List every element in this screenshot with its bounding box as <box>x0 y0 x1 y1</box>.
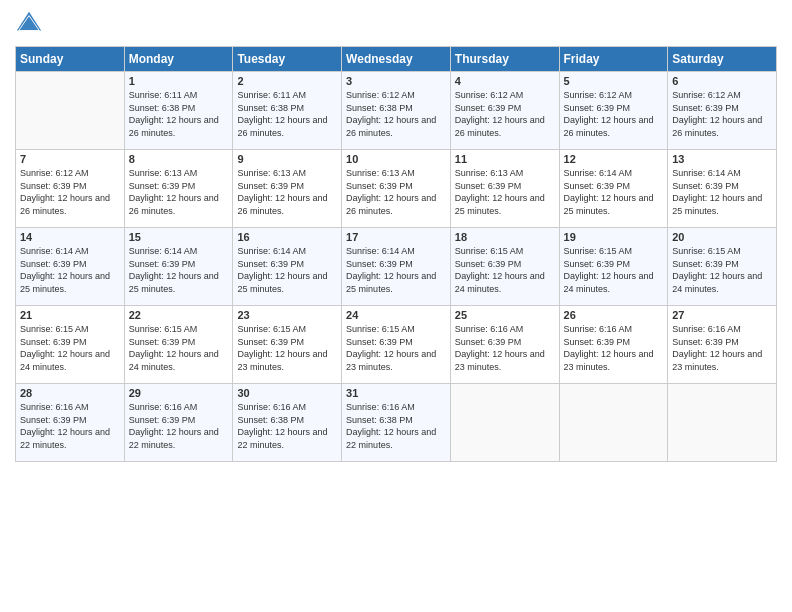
day-number: 27 <box>672 309 772 321</box>
calendar-cell: 8Sunrise: 6:13 AMSunset: 6:39 PMDaylight… <box>124 150 233 228</box>
day-number: 11 <box>455 153 555 165</box>
day-info: Sunrise: 6:15 AMSunset: 6:39 PMDaylight:… <box>672 245 772 295</box>
day-number: 17 <box>346 231 446 243</box>
day-info: Sunrise: 6:16 AMSunset: 6:39 PMDaylight:… <box>129 401 229 451</box>
calendar-cell <box>559 384 668 462</box>
day-header-monday: Monday <box>124 47 233 72</box>
calendar-cell: 22Sunrise: 6:15 AMSunset: 6:39 PMDayligh… <box>124 306 233 384</box>
day-header-saturday: Saturday <box>668 47 777 72</box>
calendar-cell: 14Sunrise: 6:14 AMSunset: 6:39 PMDayligh… <box>16 228 125 306</box>
page: SundayMondayTuesdayWednesdayThursdayFrid… <box>0 0 792 612</box>
calendar-cell: 29Sunrise: 6:16 AMSunset: 6:39 PMDayligh… <box>124 384 233 462</box>
calendar-cell: 26Sunrise: 6:16 AMSunset: 6:39 PMDayligh… <box>559 306 668 384</box>
day-info: Sunrise: 6:15 AMSunset: 6:39 PMDaylight:… <box>20 323 120 373</box>
day-number: 7 <box>20 153 120 165</box>
day-info: Sunrise: 6:15 AMSunset: 6:39 PMDaylight:… <box>129 323 229 373</box>
day-info: Sunrise: 6:16 AMSunset: 6:38 PMDaylight:… <box>346 401 446 451</box>
day-header-tuesday: Tuesday <box>233 47 342 72</box>
calendar-cell: 30Sunrise: 6:16 AMSunset: 6:38 PMDayligh… <box>233 384 342 462</box>
day-number: 28 <box>20 387 120 399</box>
day-info: Sunrise: 6:13 AMSunset: 6:39 PMDaylight:… <box>129 167 229 217</box>
day-number: 24 <box>346 309 446 321</box>
day-number: 1 <box>129 75 229 87</box>
day-header-wednesday: Wednesday <box>342 47 451 72</box>
day-info: Sunrise: 6:12 AMSunset: 6:39 PMDaylight:… <box>455 89 555 139</box>
day-number: 13 <box>672 153 772 165</box>
calendar-cell: 20Sunrise: 6:15 AMSunset: 6:39 PMDayligh… <box>668 228 777 306</box>
day-info: Sunrise: 6:14 AMSunset: 6:39 PMDaylight:… <box>20 245 120 295</box>
header-row: SundayMondayTuesdayWednesdayThursdayFrid… <box>16 47 777 72</box>
calendar-cell: 12Sunrise: 6:14 AMSunset: 6:39 PMDayligh… <box>559 150 668 228</box>
calendar-cell: 9Sunrise: 6:13 AMSunset: 6:39 PMDaylight… <box>233 150 342 228</box>
day-info: Sunrise: 6:16 AMSunset: 6:38 PMDaylight:… <box>237 401 337 451</box>
day-number: 23 <box>237 309 337 321</box>
day-info: Sunrise: 6:15 AMSunset: 6:39 PMDaylight:… <box>346 323 446 373</box>
calendar-cell <box>668 384 777 462</box>
day-info: Sunrise: 6:16 AMSunset: 6:39 PMDaylight:… <box>20 401 120 451</box>
week-row-4: 28Sunrise: 6:16 AMSunset: 6:39 PMDayligh… <box>16 384 777 462</box>
day-number: 25 <box>455 309 555 321</box>
calendar-cell: 3Sunrise: 6:12 AMSunset: 6:38 PMDaylight… <box>342 72 451 150</box>
calendar-cell: 19Sunrise: 6:15 AMSunset: 6:39 PMDayligh… <box>559 228 668 306</box>
day-number: 10 <box>346 153 446 165</box>
header <box>15 10 777 38</box>
day-number: 21 <box>20 309 120 321</box>
day-header-sunday: Sunday <box>16 47 125 72</box>
day-info: Sunrise: 6:14 AMSunset: 6:39 PMDaylight:… <box>346 245 446 295</box>
day-number: 19 <box>564 231 664 243</box>
day-info: Sunrise: 6:16 AMSunset: 6:39 PMDaylight:… <box>564 323 664 373</box>
calendar-cell: 18Sunrise: 6:15 AMSunset: 6:39 PMDayligh… <box>450 228 559 306</box>
day-info: Sunrise: 6:14 AMSunset: 6:39 PMDaylight:… <box>237 245 337 295</box>
logo <box>15 10 47 38</box>
day-number: 18 <box>455 231 555 243</box>
calendar-cell: 24Sunrise: 6:15 AMSunset: 6:39 PMDayligh… <box>342 306 451 384</box>
day-header-friday: Friday <box>559 47 668 72</box>
day-info: Sunrise: 6:12 AMSunset: 6:38 PMDaylight:… <box>346 89 446 139</box>
calendar-cell: 6Sunrise: 6:12 AMSunset: 6:39 PMDaylight… <box>668 72 777 150</box>
day-number: 2 <box>237 75 337 87</box>
day-info: Sunrise: 6:14 AMSunset: 6:39 PMDaylight:… <box>129 245 229 295</box>
calendar-cell <box>450 384 559 462</box>
day-header-thursday: Thursday <box>450 47 559 72</box>
day-number: 26 <box>564 309 664 321</box>
day-info: Sunrise: 6:16 AMSunset: 6:39 PMDaylight:… <box>672 323 772 373</box>
day-info: Sunrise: 6:15 AMSunset: 6:39 PMDaylight:… <box>455 245 555 295</box>
calendar-cell: 11Sunrise: 6:13 AMSunset: 6:39 PMDayligh… <box>450 150 559 228</box>
day-info: Sunrise: 6:12 AMSunset: 6:39 PMDaylight:… <box>20 167 120 217</box>
day-info: Sunrise: 6:12 AMSunset: 6:39 PMDaylight:… <box>564 89 664 139</box>
day-info: Sunrise: 6:13 AMSunset: 6:39 PMDaylight:… <box>455 167 555 217</box>
calendar-cell: 25Sunrise: 6:16 AMSunset: 6:39 PMDayligh… <box>450 306 559 384</box>
calendar-cell: 21Sunrise: 6:15 AMSunset: 6:39 PMDayligh… <box>16 306 125 384</box>
day-info: Sunrise: 6:11 AMSunset: 6:38 PMDaylight:… <box>129 89 229 139</box>
day-info: Sunrise: 6:12 AMSunset: 6:39 PMDaylight:… <box>672 89 772 139</box>
week-row-2: 14Sunrise: 6:14 AMSunset: 6:39 PMDayligh… <box>16 228 777 306</box>
day-info: Sunrise: 6:15 AMSunset: 6:39 PMDaylight:… <box>237 323 337 373</box>
calendar-cell: 2Sunrise: 6:11 AMSunset: 6:38 PMDaylight… <box>233 72 342 150</box>
day-number: 15 <box>129 231 229 243</box>
calendar-cell: 10Sunrise: 6:13 AMSunset: 6:39 PMDayligh… <box>342 150 451 228</box>
day-number: 22 <box>129 309 229 321</box>
calendar-table: SundayMondayTuesdayWednesdayThursdayFrid… <box>15 46 777 462</box>
day-number: 8 <box>129 153 229 165</box>
calendar-cell: 13Sunrise: 6:14 AMSunset: 6:39 PMDayligh… <box>668 150 777 228</box>
day-number: 5 <box>564 75 664 87</box>
day-number: 12 <box>564 153 664 165</box>
day-number: 20 <box>672 231 772 243</box>
week-row-3: 21Sunrise: 6:15 AMSunset: 6:39 PMDayligh… <box>16 306 777 384</box>
day-number: 16 <box>237 231 337 243</box>
calendar-cell <box>16 72 125 150</box>
day-number: 14 <box>20 231 120 243</box>
calendar-cell: 16Sunrise: 6:14 AMSunset: 6:39 PMDayligh… <box>233 228 342 306</box>
day-info: Sunrise: 6:14 AMSunset: 6:39 PMDaylight:… <box>564 167 664 217</box>
calendar-cell: 5Sunrise: 6:12 AMSunset: 6:39 PMDaylight… <box>559 72 668 150</box>
logo-icon <box>15 10 43 38</box>
calendar-cell: 23Sunrise: 6:15 AMSunset: 6:39 PMDayligh… <box>233 306 342 384</box>
day-number: 4 <box>455 75 555 87</box>
calendar-cell: 1Sunrise: 6:11 AMSunset: 6:38 PMDaylight… <box>124 72 233 150</box>
day-number: 30 <box>237 387 337 399</box>
day-number: 31 <box>346 387 446 399</box>
day-info: Sunrise: 6:13 AMSunset: 6:39 PMDaylight:… <box>346 167 446 217</box>
day-number: 29 <box>129 387 229 399</box>
day-number: 9 <box>237 153 337 165</box>
calendar-cell: 7Sunrise: 6:12 AMSunset: 6:39 PMDaylight… <box>16 150 125 228</box>
